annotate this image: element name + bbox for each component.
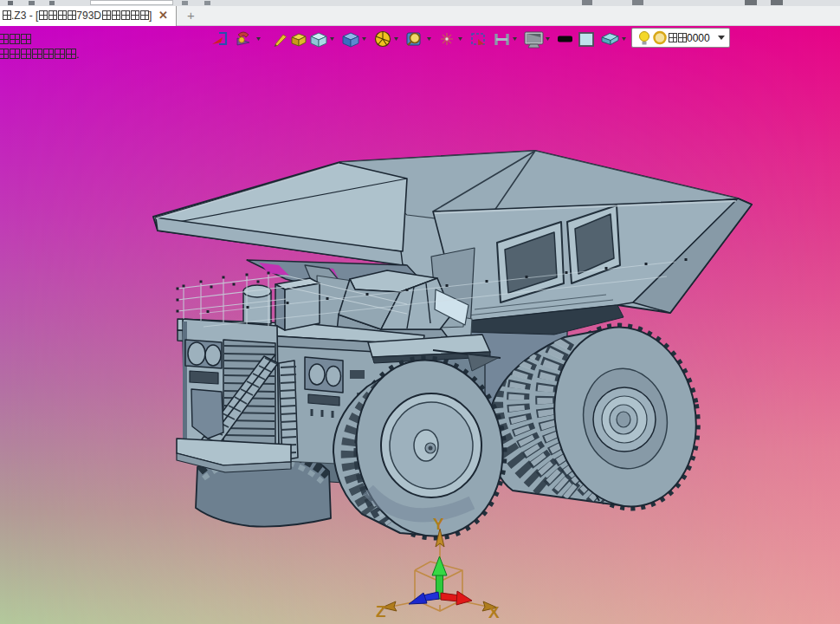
svg-text:X: X [488,603,500,621]
svg-text:Y: Y [433,515,444,533]
svg-text:Z: Z [376,602,386,621]
